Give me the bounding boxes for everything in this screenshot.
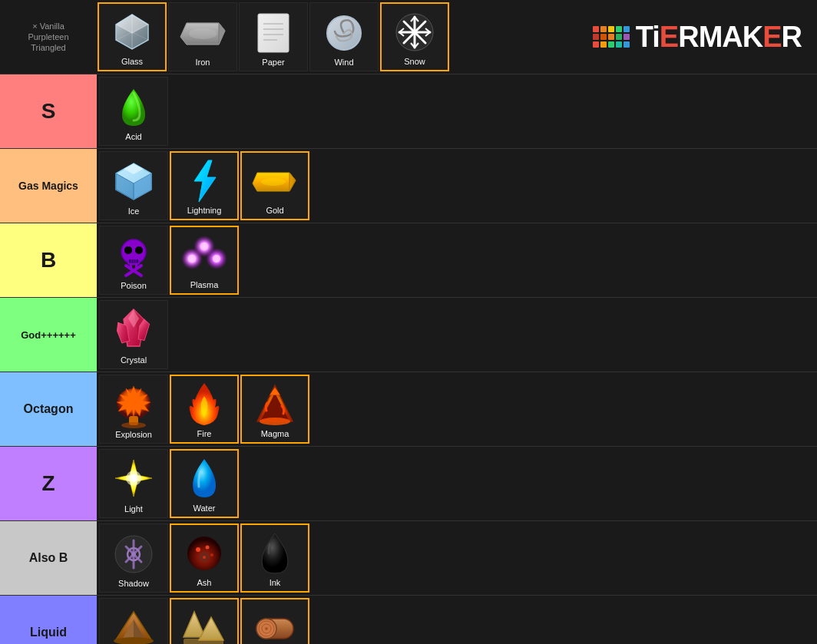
svg-point-72 bbox=[130, 474, 137, 482]
tier-items-god: Crystal bbox=[97, 298, 817, 372]
tier-label-god: God++++++ bbox=[0, 298, 97, 372]
tier-row-alsob: Also B Shadow bbox=[0, 520, 817, 595]
item-poison[interactable]: Poison bbox=[99, 226, 168, 295]
svg-point-92 bbox=[265, 627, 268, 630]
svg-marker-6 bbox=[219, 23, 225, 45]
light-label: Light bbox=[123, 503, 144, 517]
svg-marker-36 bbox=[289, 173, 296, 191]
item-water[interactable]: Water bbox=[170, 449, 239, 518]
item-earth[interactable]: Earth bbox=[99, 598, 168, 644]
item-light[interactable]: Light bbox=[99, 449, 168, 518]
explosion-label: Explosion bbox=[114, 428, 154, 443]
gold-label: Gold bbox=[264, 204, 285, 219]
tier-label-b: B bbox=[0, 223, 97, 297]
item-wood[interactable]: Wood bbox=[240, 598, 309, 644]
item-paper[interactable]: Paper bbox=[239, 2, 308, 71]
tier-label-alsob: Also B bbox=[0, 521, 97, 595]
svg-point-41 bbox=[124, 246, 132, 254]
snow-icon bbox=[392, 9, 438, 55]
tier-row-gas: Gas Magics bbox=[0, 148, 817, 223]
item-gold[interactable]: Gold bbox=[240, 151, 309, 220]
shadow-label: Shadow bbox=[117, 577, 150, 592]
item-magma[interactable]: Magma bbox=[240, 375, 309, 444]
tier-label-s: S bbox=[0, 74, 97, 148]
svg-point-77 bbox=[196, 547, 200, 552]
crystal-icon bbox=[111, 308, 157, 354]
iron-label: Iron bbox=[194, 56, 212, 71]
svg-point-75 bbox=[131, 552, 136, 556]
acid-label: Acid bbox=[124, 130, 143, 145]
svg-point-76 bbox=[187, 537, 221, 570]
tier-label-octagon: Octagon bbox=[0, 372, 97, 446]
svg-marker-34 bbox=[194, 160, 217, 203]
item-explosion[interactable]: Explosion bbox=[99, 375, 168, 444]
ash-label: Ash bbox=[196, 576, 213, 591]
lightning-icon bbox=[181, 158, 227, 204]
item-glass[interactable]: Glass bbox=[98, 2, 167, 71]
paper-label: Paper bbox=[260, 56, 286, 71]
item-acid[interactable]: Acid bbox=[99, 77, 168, 146]
tier-items-gas: Ice bbox=[97, 149, 817, 223]
logo-grid bbox=[593, 26, 630, 48]
tier-items-b: Poison bbox=[97, 223, 817, 297]
tier-label-gas: Gas Magics bbox=[0, 149, 97, 223]
tier-row-octagon: Octagon bbox=[0, 372, 817, 446]
svg-marker-86 bbox=[199, 617, 223, 640]
item-ash[interactable]: Ash bbox=[170, 523, 239, 593]
ash-icon bbox=[181, 530, 227, 576]
item-plasma[interactable]: Plasma bbox=[170, 226, 239, 295]
crystal-label: Crystal bbox=[119, 354, 148, 368]
tier-label-liquid: Liquid bbox=[0, 596, 97, 644]
svg-point-55 bbox=[188, 255, 196, 263]
tier-items-alsob: Shadow bbox=[97, 521, 817, 595]
snow-label: Snow bbox=[402, 55, 427, 70]
item-wind[interactable]: Wind bbox=[309, 2, 379, 71]
explosion-icon bbox=[111, 382, 157, 428]
svg-point-69 bbox=[260, 418, 290, 425]
tier-row-liquid: Liquid bbox=[0, 595, 817, 644]
item-crystal[interactable]: Crystal bbox=[99, 300, 168, 369]
magma-label: Magma bbox=[260, 428, 291, 442]
svg-rect-9 bbox=[258, 14, 289, 52]
svg-point-80 bbox=[210, 553, 213, 556]
plasma-icon bbox=[181, 233, 227, 279]
svg-marker-85 bbox=[184, 612, 205, 637]
earth-icon bbox=[111, 606, 157, 644]
fire-label: Fire bbox=[196, 428, 213, 442]
svg-point-79 bbox=[203, 556, 206, 559]
poison-label: Poison bbox=[119, 279, 148, 294]
lightning-label: Lightning bbox=[186, 204, 223, 219]
item-ice[interactable]: Ice bbox=[99, 151, 168, 220]
tier-items-liquid: Earth bbox=[97, 596, 817, 644]
sand-icon bbox=[181, 605, 227, 644]
svg-rect-87 bbox=[184, 639, 223, 644]
item-sand[interactable]: Sand bbox=[170, 598, 239, 644]
magma-icon bbox=[252, 381, 298, 428]
tier-row-s: S bbox=[0, 74, 817, 148]
item-ink[interactable]: Ink bbox=[240, 523, 309, 593]
plasma-label: Plasma bbox=[189, 279, 220, 293]
shadow-icon bbox=[111, 531, 157, 577]
wind-label: Wind bbox=[332, 56, 355, 71]
acid-icon bbox=[111, 84, 157, 130]
item-snow[interactable]: Snow bbox=[380, 2, 449, 71]
item-iron[interactable]: Iron bbox=[168, 2, 237, 71]
tier-label-z: Z bbox=[0, 447, 97, 520]
svg-point-66 bbox=[121, 422, 146, 428]
tier-items-z: Light bbox=[97, 447, 817, 520]
item-lightning[interactable]: Lightning bbox=[170, 151, 239, 220]
wood-icon bbox=[252, 605, 298, 644]
item-fire[interactable]: Fire bbox=[170, 375, 239, 444]
ice-icon bbox=[111, 159, 157, 205]
item-shadow[interactable]: Shadow bbox=[99, 523, 168, 593]
tier-row-god: God++++++ bbox=[0, 297, 817, 372]
ice-label: Ice bbox=[127, 205, 141, 220]
gold-icon bbox=[252, 158, 298, 204]
light-icon bbox=[111, 457, 157, 503]
tier-row-b: B bbox=[0, 223, 817, 297]
logo-text: TiERMAKER bbox=[636, 21, 802, 54]
tier-maker-container: × Vanilla Purpleteen Triangled bbox=[0, 0, 817, 644]
wind-icon bbox=[321, 10, 367, 56]
poison-icon bbox=[111, 233, 157, 279]
svg-point-37 bbox=[261, 178, 286, 186]
